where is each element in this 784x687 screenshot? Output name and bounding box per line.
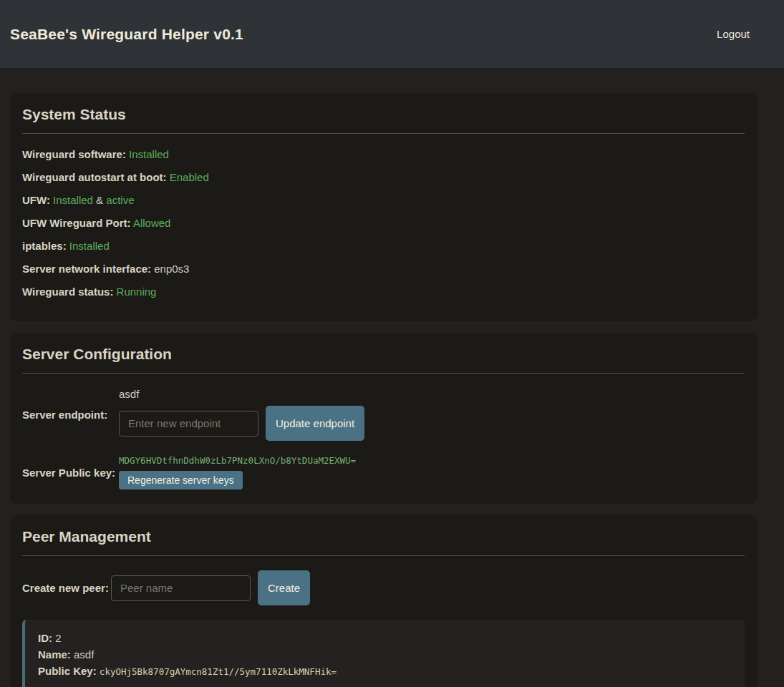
- peer-id-line: ID: 2: [38, 630, 732, 646]
- status-joiner: &: [96, 194, 103, 206]
- divider: [22, 133, 745, 134]
- status-value: Installed: [129, 148, 169, 160]
- logout-link[interactable]: Logout: [717, 28, 750, 40]
- peer-pubkey-line: Public Key: ckyOHj5Bk8707gAYmcn81Zt1//5y…: [38, 663, 732, 680]
- peer-item: ID: 2 Name: asdf Public Key: ckyOHj5Bk87…: [22, 620, 745, 687]
- divider: [22, 555, 745, 556]
- status-value: enp0s3: [154, 263, 189, 275]
- system-status-title: System Status: [22, 104, 745, 125]
- peer-management-card: Peer Management Create new peer: Create …: [10, 515, 758, 687]
- status-label: Wireguard autostart at boot:: [22, 171, 167, 183]
- status-value: Installed: [69, 240, 110, 252]
- status-line-ufw: UFW: Installed & active: [22, 194, 745, 206]
- peer-name-line: Name: asdf: [38, 646, 732, 663]
- page-content: System Status Wireguard software: Instal…: [0, 68, 784, 687]
- server-config-title: Server Configuration: [22, 344, 745, 364]
- peer-management-title: Peer Management: [22, 527, 745, 547]
- status-line-autostart: Wireguard autostart at boot: Enabled: [22, 171, 745, 183]
- status-value: Allowed: [133, 217, 171, 229]
- server-endpoint-row: Server endpoint: asdf Update endpoint: [22, 388, 745, 441]
- app-title: SeaBee's Wireguard Helper v0.1: [10, 26, 243, 43]
- system-status-card: System Status Wireguard software: Instal…: [10, 93, 758, 321]
- status-label: Server network interface:: [22, 263, 151, 275]
- create-peer-label: Create new peer:: [22, 582, 111, 594]
- endpoint-input[interactable]: [119, 411, 258, 437]
- regenerate-keys-button[interactable]: Regenerate server keys: [119, 471, 243, 489]
- peer-id-value: 2: [55, 632, 61, 644]
- peer-name-label: Name:: [38, 648, 71, 661]
- server-pubkey-label: Server Public key:: [22, 467, 119, 479]
- peer-pubkey-value: ckyOHj5Bk8707gAYmcn81Zt1//5ym7110ZkLkMNF…: [100, 666, 337, 677]
- status-value-2: active: [106, 194, 134, 206]
- peer-pubkey-label: Public Key:: [38, 665, 97, 677]
- status-value: Running: [117, 286, 157, 298]
- create-peer-button[interactable]: Create: [258, 570, 310, 605]
- endpoint-current-value: asdf: [119, 388, 364, 400]
- app-header: SeaBee's Wireguard Helper v0.1 Logout: [0, 0, 784, 68]
- server-config-card: Server Configuration Server endpoint: as…: [10, 333, 758, 504]
- server-public-key-value: MDGY6HVDtfhnDdhW0zLb7PNz0LXnO/b8YtDUaM2E…: [119, 455, 356, 466]
- status-label: Wireguard software:: [22, 148, 126, 160]
- status-line-iptables: iptables: Installed: [22, 240, 745, 252]
- peer-name-input[interactable]: [111, 575, 251, 601]
- status-line-network-interface: Server network interface: enp0s3: [22, 263, 745, 275]
- server-endpoint-label: Server endpoint:: [22, 409, 119, 421]
- peer-name-value: asdf: [74, 648, 94, 661]
- status-label: UFW Wireguard Port:: [22, 217, 131, 229]
- status-label: Wireguard status:: [22, 286, 113, 298]
- create-peer-row: Create new peer: Create: [22, 570, 745, 605]
- status-value: Enabled: [170, 171, 209, 183]
- status-label: UFW:: [22, 194, 50, 206]
- status-value: Installed: [53, 194, 93, 206]
- update-endpoint-button[interactable]: Update endpoint: [266, 406, 364, 441]
- status-label: iptables:: [22, 240, 67, 252]
- server-pubkey-row: Server Public key: MDGY6HVDtfhnDdhW0zLb7…: [22, 455, 745, 489]
- status-line-ufw-port: UFW Wireguard Port: Allowed: [22, 217, 745, 229]
- status-line-wireguard-status: Wireguard status: Running: [22, 286, 745, 298]
- divider: [22, 373, 745, 374]
- status-line-wireguard-software: Wireguard software: Installed: [22, 148, 745, 160]
- peer-id-label: ID:: [38, 632, 52, 644]
